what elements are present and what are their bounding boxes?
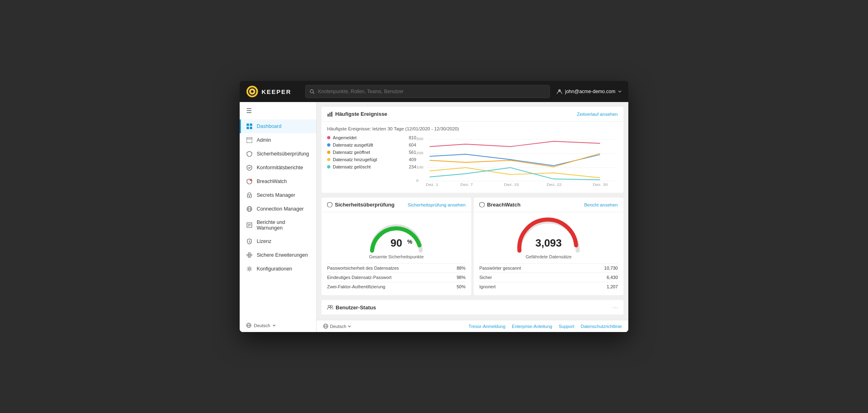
- config-icon: [246, 266, 253, 272]
- sidebar-label-dashboard: Dashboard: [257, 123, 281, 129]
- legend-label: Datensatz hinzugefügt: [333, 157, 377, 162]
- chevron-down-footer: [348, 325, 351, 328]
- stats-label: Sicher: [479, 275, 492, 280]
- footer-lang-text: Deutsch: [330, 324, 346, 329]
- svg-rect-25: [249, 253, 250, 254]
- svg-rect-8: [247, 127, 249, 129]
- x-label-22: Dez. 22: [547, 183, 562, 187]
- legend-count: 604: [409, 143, 416, 147]
- sidebar-item-admin[interactable]: Admin: [240, 133, 316, 147]
- stats-label: Zwei-Faktor-Authentifizierung: [327, 284, 385, 289]
- more-options-icon[interactable]: ···: [613, 304, 618, 311]
- user-status-title-text: Benutzer-Status: [336, 304, 376, 311]
- stats-value: 10,730: [604, 266, 618, 270]
- breach-title-text: BreachWatch: [487, 202, 521, 208]
- sidebar-item-security[interactable]: Sicherheitsüberprüfung: [240, 147, 316, 161]
- security-gauge-label: Gesamte Sicherheitspunkte: [369, 254, 423, 259]
- breach-card-title: BreachWatch: [479, 202, 521, 208]
- footer-link-enterprise-anleitung[interactable]: Enterprise-Anleitung: [512, 324, 552, 329]
- secrets-manager-icon: [246, 192, 253, 198]
- svg-point-15: [249, 196, 250, 197]
- breach-card: BreachWatch Bericht ansehen 3,093: [474, 198, 623, 295]
- svg-rect-9: [250, 127, 252, 129]
- bottom-cards-row: Sicherheitsüberprüfung Sicherheitsprüfun…: [321, 198, 623, 295]
- security-card-header: Sicherheitsüberprüfung Sicherheitsprüfun…: [321, 198, 471, 212]
- user-area[interactable]: john@acme-demo.com: [556, 88, 622, 95]
- sidebar-label-security: Sicherheitsüberprüfung: [257, 151, 309, 157]
- sidebar-item-license[interactable]: $ Lizenz: [240, 234, 316, 248]
- user-status-header: Benutzer-Status ···: [321, 300, 623, 315]
- sidebar-footer[interactable]: Deutsch: [240, 319, 316, 332]
- events-chart: 300 200 100 0: [416, 135, 618, 188]
- svg-rect-27: [250, 254, 252, 256]
- breach-gauge-label: Gefährdete Datensätze: [525, 254, 572, 259]
- footer-links: Tresor-AnmeldungEnterprise-AnleitungSupp…: [469, 324, 622, 329]
- sidebar-item-dashboard[interactable]: Dashboard: [240, 119, 316, 133]
- stats-row: Zwei-Faktor-Authentifizierung50%: [327, 282, 466, 291]
- sidebar-item-breachwatch[interactable]: ! BreachWatch: [240, 175, 316, 188]
- stats-value: 98%: [457, 275, 466, 280]
- stats-row: Ignoriert1,207: [479, 282, 618, 291]
- security-view-link[interactable]: Sicherheitsprüfung ansehen: [408, 202, 466, 207]
- chevron-down-icon: [618, 89, 622, 94]
- sidebar-label-admin: Admin: [257, 137, 271, 143]
- sidebar-item-extensions[interactable]: Sichere Erweiterungen: [240, 248, 316, 262]
- sidebar-label-reports: Berichte und Warnungen: [257, 219, 310, 231]
- legend-item-angemeldet: Angemeldet 810: [327, 135, 416, 140]
- footer-link-tresor-anmeldung[interactable]: Tresor-Anmeldung: [469, 324, 506, 329]
- stats-label: Passwortsicherheit des Datensatzes: [327, 266, 399, 270]
- sidebar-label-config: Konfigurationen: [257, 266, 292, 272]
- shield-icon: [327, 202, 332, 207]
- y-label-100: 100: [416, 165, 423, 169]
- breach-shield-icon: [479, 202, 485, 207]
- bar-chart-icon: [327, 111, 333, 117]
- legend-count: 409: [409, 157, 416, 162]
- svg-rect-10: [247, 137, 252, 143]
- y-label-300: 300: [416, 137, 423, 141]
- breach-gauge-container: 3,093 Gefährdete Datensätze: [474, 212, 623, 262]
- hamburger-menu[interactable]: ☰: [240, 102, 316, 119]
- main-layout: ☰ Dashboard: [240, 102, 628, 332]
- security-card-title: Sicherheitsüberprüfung: [327, 202, 394, 208]
- footer-link-datenschutzrichtlinie[interactable]: Datenschutzrichtlinie: [581, 324, 622, 329]
- user-status-title: Benutzer-Status: [327, 304, 376, 311]
- events-card-body: Häufigste Ereignisse: letzten 30 Tage (1…: [321, 121, 623, 193]
- legend-item-datensatz-geöffnet: Datensatz geöffnet 561: [327, 150, 416, 155]
- reports-icon: [246, 222, 253, 228]
- breachwatch-icon: !: [246, 178, 253, 185]
- search-input[interactable]: [318, 89, 545, 94]
- events-subtitle: Häufigste Ereignisse: letzten 30 Tage (1…: [327, 126, 618, 131]
- svg-point-39: [328, 305, 330, 307]
- language-label: Deutsch: [254, 323, 270, 328]
- svg-rect-33: [330, 113, 331, 117]
- sidebar-item-connection-manager[interactable]: Connection Manager: [240, 202, 316, 216]
- x-label-7: Dez. 7: [460, 183, 473, 187]
- footer-link-support[interactable]: Support: [559, 324, 574, 329]
- sidebar-item-reports[interactable]: Berichte und Warnungen: [240, 216, 316, 234]
- connection-manager-icon: [246, 206, 253, 212]
- sidebar-item-config[interactable]: Konfigurationen: [240, 262, 316, 276]
- sidebar-item-compliance[interactable]: Konformitätsberichte: [240, 161, 316, 175]
- security-icon: [246, 151, 253, 157]
- sidebar-label-extensions: Sichere Erweiterungen: [257, 252, 308, 258]
- legend-count: 561: [409, 150, 416, 155]
- svg-point-40: [330, 305, 332, 307]
- legend-label: Datensatz geöffnet: [333, 150, 370, 155]
- user-icon: [556, 88, 563, 95]
- svg-point-28: [249, 268, 251, 270]
- breach-view-link[interactable]: Bericht ansehen: [584, 202, 618, 207]
- security-gauge-container: 90 % Gesamte Sicherheitspunkte: [321, 212, 471, 262]
- sidebar-item-secrets-manager[interactable]: Secrets Manager: [240, 188, 316, 202]
- breach-card-header: BreachWatch Bericht ansehen: [474, 198, 623, 212]
- globe-icon-footer: [323, 324, 328, 329]
- search-bar[interactable]: [305, 85, 550, 98]
- sidebar: ☰ Dashboard: [240, 102, 317, 332]
- security-gauge-percent: %: [407, 238, 413, 245]
- events-legend: Angemeldet 810 Datensatz ausgefüllt 604 …: [327, 135, 416, 188]
- svg-rect-34: [331, 112, 332, 117]
- sidebar-label-breachwatch: BreachWatch: [257, 179, 287, 184]
- events-view-link[interactable]: Zeitverlauf ansehen: [577, 112, 618, 117]
- dashboard-icon: [246, 123, 253, 130]
- footer-language[interactable]: Deutsch: [323, 324, 351, 329]
- legend-label: Angemeldet: [333, 135, 357, 140]
